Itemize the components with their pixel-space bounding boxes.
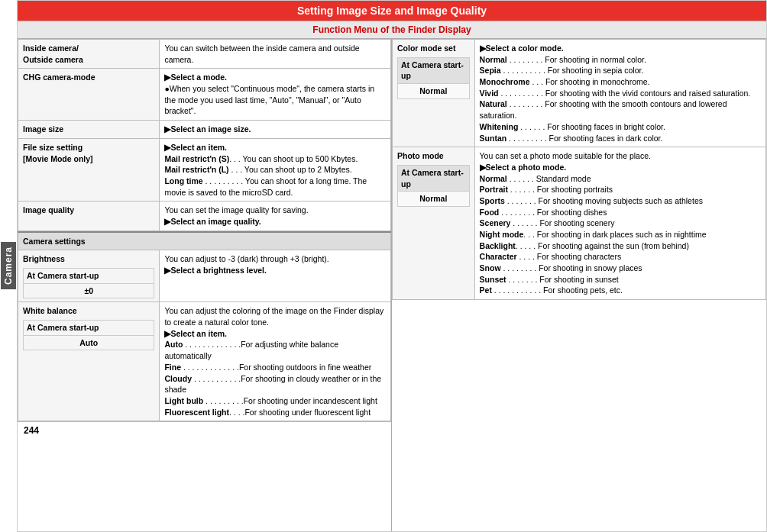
color-vivid: Vivid (480, 89, 499, 98)
row-content-photo-mode: You can set a photo mode suitable for th… (474, 147, 765, 300)
brightness-sub-table: At Camera start-up ±0 (23, 268, 154, 298)
table-row: Image quality You can set the image qual… (18, 202, 391, 231)
photo-food: Food (480, 208, 500, 217)
wb-cloudy-label: Cloudy (164, 374, 192, 383)
row-header-brightness: Brightness At Camera start-up ±0 (18, 250, 160, 302)
photo-mode-sub-value: Normal (398, 192, 470, 207)
row-content-color-mode: ▶Select a color mode. Normal . . . . . .… (474, 40, 765, 147)
camera-tab-label: Camera (1, 242, 16, 289)
list-item: At Camera start-up (398, 165, 470, 191)
wb-fluorescent-label: Fluorescent light (164, 408, 229, 417)
photo-sports: Sports (480, 196, 505, 205)
brightness-sub-header: At Camera start-up (24, 269, 154, 284)
wb-fine-label: Fine (164, 363, 181, 372)
brightness-arrow: ▶Select a brightness level. (164, 266, 266, 275)
color-monochrome: Monochrome (480, 77, 530, 86)
row-content-file-size: ▶Select an item. Mail restrict'n (S). . … (160, 138, 391, 201)
table-row: File size setting[Movie Mode only] ▶Sele… (18, 138, 391, 201)
image-size-arrow: ▶Select an image size. (164, 124, 251, 134)
photo-character: Character (480, 252, 517, 261)
white-balance-sub-value: Auto (24, 335, 154, 350)
row-content-image-quality: You can set the image quality for saving… (160, 202, 391, 231)
white-balance-sub-table: At Camera start-up Auto (23, 320, 154, 350)
row-header-photo-mode: Photo mode At Camera start-up Normal (393, 147, 475, 300)
row-header-chg-camera: CHG camera-mode (18, 69, 160, 121)
wb-auto-label: Auto (164, 340, 183, 349)
photo-portrait: Portrait (480, 185, 508, 194)
file-size-long-label: Long time (164, 176, 202, 185)
table-row-white-balance: White balance At Camera start-up Auto (18, 302, 391, 421)
color-whitening: Whitening (480, 122, 519, 131)
brightness-label: Brightness (23, 254, 65, 263)
photo-normal: Normal (480, 174, 507, 183)
camera-settings-table: Camera settings Brightness At Camera sta… (18, 231, 391, 422)
row-content-brightness: You can adjust to -3 (dark) through +3 (… (160, 250, 391, 302)
row-header-file-size: File size setting[Movie Mode only] (18, 138, 160, 201)
chg-arrow: ▶Select a mode. (164, 73, 227, 82)
row-header-white-balance: White balance At Camera start-up Auto (18, 302, 160, 421)
color-mode-sub-header: At Camera start-up (398, 57, 470, 83)
list-item: At Camera start-up (24, 321, 154, 336)
file-size-s-label: Mail restrict'n (S) (164, 154, 229, 163)
brightness-sub-value: ±0 (24, 283, 154, 298)
page-number: 244 (18, 421, 391, 439)
camera-sidebar-tab: Camera (0, 0, 17, 532)
list-item: At Camera start-up (24, 269, 154, 284)
row-header-inside-camera: Inside camera/Outside camera (18, 40, 160, 69)
main-content: Setting Image Size and Image Quality Fun… (17, 0, 767, 532)
wb-arrow: ▶Select an item. (164, 329, 227, 338)
list-item: Normal (398, 84, 470, 99)
table-row: Image size ▶Select an image size. (18, 121, 391, 139)
white-balance-label: White balance (23, 306, 77, 315)
table-row: CHG camera-mode ▶Select a mode. ●When yo… (18, 69, 391, 121)
color-mode-arrow: ▶Select a color mode. (480, 44, 564, 53)
photo-mode-label: Photo mode (397, 151, 444, 160)
left-info-table: Inside camera/Outside camera You can swi… (18, 39, 391, 231)
camera-settings-header-row: Camera settings (18, 232, 391, 250)
wb-lightbulb-label: Light bulb (164, 396, 203, 405)
table-row: Inside camera/Outside camera You can swi… (18, 40, 391, 69)
page-title: Setting Image Size and Image Quality (18, 1, 766, 21)
table-row-brightness: Brightness At Camera start-up ±0 (18, 250, 391, 302)
list-item: ±0 (24, 283, 154, 298)
row-header-image-quality: Image quality (18, 202, 160, 231)
color-mode-sub-value: Normal (398, 84, 470, 99)
image-quality-arrow: ▶Select an image quality. (164, 217, 261, 226)
row-header-image-size: Image size (18, 121, 160, 139)
row-content-white-balance: You can adjust the coloring of the image… (160, 302, 391, 421)
list-item: At Camera start-up (398, 57, 470, 83)
left-column: Inside camera/Outside camera You can swi… (18, 39, 392, 531)
photo-sunset: Sunset (480, 275, 506, 284)
right-info-table: Color mode set At Camera start-up Normal (392, 39, 766, 300)
row-content-image-size: ▶Select an image size. (160, 121, 391, 139)
color-mode-label: Color mode set (397, 44, 455, 53)
photo-mode-sub-header: At Camera start-up (398, 165, 470, 191)
color-sepia: Sepia (480, 66, 501, 75)
color-normal: Normal (480, 55, 507, 64)
table-row-color-mode: Color mode set At Camera start-up Normal (393, 40, 766, 147)
page-container: Camera Setting Image Size and Image Qual… (0, 0, 767, 532)
table-row-photo-mode: Photo mode At Camera start-up Normal (393, 147, 766, 300)
content-columns: Inside camera/Outside camera You can swi… (18, 39, 766, 531)
photo-backlight: Backlight (480, 241, 516, 250)
white-balance-sub-header: At Camera start-up (24, 321, 154, 336)
row-content-inside-camera: You can switch between the inside camera… (160, 40, 391, 69)
section-header: Function Menu of the Finder Display (18, 21, 766, 39)
color-mode-sub-table: At Camera start-up Normal (397, 57, 470, 99)
photo-scenery: Scenery (480, 218, 511, 227)
list-item: Normal (398, 192, 470, 207)
photo-snow: Snow (480, 263, 501, 272)
photo-mode-arrow: ▶Select a photo mode. (480, 163, 567, 172)
right-column: Color mode set At Camera start-up Normal (392, 39, 766, 531)
photo-night: Night mode (480, 230, 524, 239)
section-header-text: Function Menu of the Finder Display (312, 24, 471, 35)
color-natural: Natural (480, 99, 507, 108)
row-content-chg-camera: ▶Select a mode. ●When you select "Contin… (160, 69, 391, 121)
photo-mode-sub-table: At Camera start-up Normal (397, 165, 470, 207)
camera-settings-header: Camera settings (18, 232, 391, 250)
list-item: Auto (24, 335, 154, 350)
row-header-color-mode: Color mode set At Camera start-up Normal (393, 40, 475, 147)
file-size-arrow: ▶Select an item. (164, 143, 227, 152)
file-size-l-label: Mail restrict'n (L) (164, 165, 228, 174)
photo-pet: Pet (480, 285, 492, 295)
